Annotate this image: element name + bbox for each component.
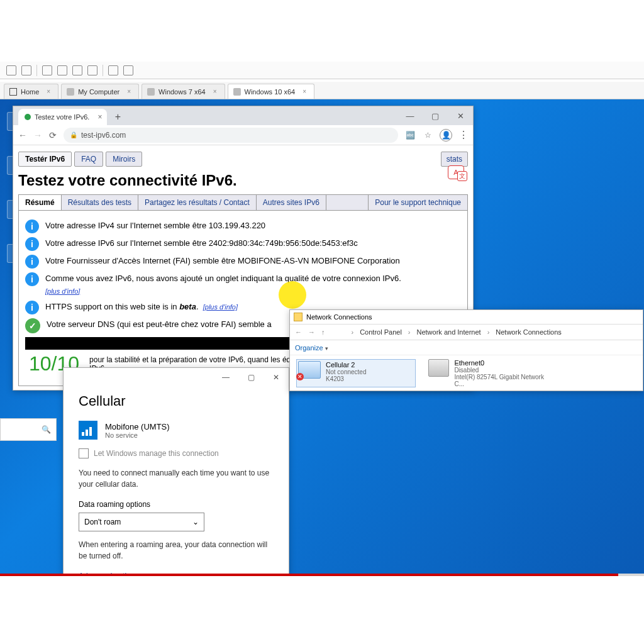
tab-other[interactable]: Autres sites IPv6: [257, 195, 326, 210]
tool-icon[interactable]: [57, 65, 67, 75]
close-tab-icon[interactable]: ×: [97, 113, 102, 121]
vm-icon: [147, 88, 155, 96]
manage-checkbox[interactable]: [79, 448, 89, 458]
roaming-dropdown[interactable]: Don't roam ⌄: [79, 513, 204, 531]
tool-icon[interactable]: [123, 65, 133, 75]
tab-title: Testez votre IPv6.: [35, 113, 89, 121]
ipv6-line: Votre adresse IPv6 sur l'Internet semble…: [45, 237, 358, 250]
close-icon[interactable]: ×: [213, 88, 217, 95]
tab-faq[interactable]: FAQ: [74, 152, 103, 167]
breadcrumb-seg[interactable]: Control Panel: [358, 328, 403, 336]
taskbar-search[interactable]: 🔍: [0, 418, 57, 441]
forward-button[interactable]: →: [307, 328, 316, 336]
check-icon: ✓: [25, 318, 40, 333]
host-toolbar: [0, 62, 644, 79]
vm-tab-mycomputer[interactable]: My Computer×: [61, 84, 139, 99]
bookmark-icon[interactable]: ☆: [422, 130, 433, 141]
tool-icon[interactable]: [21, 65, 31, 75]
roaming-label: Data roaming options: [79, 500, 274, 509]
explorer-breadcrumb: ← → ↑ Control Panel Network and Internet…: [290, 324, 643, 340]
search-icon: 🔍: [42, 425, 51, 434]
network-adapter-ethernet[interactable]: Ethernet0 Disabled Intel(R) 82574L Gigab…: [428, 359, 548, 387]
maximize-button[interactable]: ▢: [423, 106, 448, 125]
vm-tab-home[interactable]: Home×: [4, 84, 58, 99]
vm-tab-win10[interactable]: Windows 10 x64×: [228, 84, 315, 99]
tool-icon[interactable]: [6, 65, 16, 75]
result-tabs: Résumé Résultats des tests Partagez les …: [18, 194, 468, 211]
lock-icon: 🔒: [70, 131, 77, 138]
explorer-toolbar: Organize: [290, 340, 643, 355]
tab-tester[interactable]: Testér IPv6: [18, 152, 72, 167]
dns-line: Votre serveur DNS (qui est peut-être che…: [47, 318, 272, 331]
favicon-icon: [25, 114, 31, 120]
roaming-note: When entering a roaming area, your data …: [79, 539, 274, 562]
vm-tab-strip: Home× My Computer× Windows 7 x64× Window…: [0, 82, 644, 99]
address-bar-row: ← → ⟳ 🔒 test-ipv6.com 🔤 ☆ 👤 ⋮: [13, 125, 473, 145]
folder-icon: [294, 313, 303, 321]
quality-line: Comme vous avez IPv6, nous avons ajouté …: [45, 272, 401, 297]
network-adapter-cellular[interactable]: Cellular 2 Not connected K4203: [296, 359, 416, 387]
minimize-button[interactable]: —: [397, 106, 423, 125]
settings-titlebar[interactable]: — ▢ ✕: [64, 368, 289, 387]
close-window-button[interactable]: ✕: [264, 368, 289, 387]
settings-heading: Cellular: [79, 393, 274, 409]
tool-icon[interactable]: [87, 65, 97, 75]
chevron-down-icon: ⌄: [192, 518, 199, 526]
tab-mirrors[interactable]: Miroirs: [106, 152, 142, 167]
tab-results[interactable]: Résultats des tests: [62, 195, 138, 210]
carrier-status: No service: [105, 431, 170, 439]
info-icon: i: [25, 255, 39, 269]
new-tab-button[interactable]: +: [111, 110, 125, 124]
translate-icon[interactable]: 🔤: [404, 130, 416, 141]
browser-tab[interactable]: Testez votre IPv6. ×: [18, 109, 107, 125]
more-info-link[interactable]: [plus d'info]: [203, 303, 238, 311]
tool-icon[interactable]: [108, 65, 118, 75]
info-icon: i: [25, 219, 39, 233]
close-icon[interactable]: ×: [127, 88, 131, 95]
manual-note: You need to connect manually each time y…: [79, 467, 274, 490]
signal-icon: [79, 421, 97, 440]
organize-menu[interactable]: Organize: [295, 344, 328, 352]
pc-icon: [67, 88, 74, 96]
back-button[interactable]: ←: [18, 131, 27, 140]
tab-support[interactable]: Pour le support technique: [368, 195, 467, 210]
close-icon[interactable]: ×: [47, 88, 50, 95]
chrome-titlebar[interactable]: Testez votre IPv6. × + — ▢ ✕: [13, 106, 473, 125]
up-button[interactable]: ↑: [320, 328, 326, 336]
vm-icon: [233, 88, 241, 96]
carrier-name: Mobifone (UMTS): [105, 422, 170, 431]
maximize-button[interactable]: ▢: [238, 368, 264, 387]
info-icon: i: [25, 237, 39, 251]
address-bar[interactable]: 🔒 test-ipv6.com: [64, 128, 398, 143]
tool-icon[interactable]: [72, 65, 82, 75]
info-icon: i: [25, 272, 39, 286]
menu-icon[interactable]: ⋮: [458, 129, 468, 141]
manage-label: Let Windows manage this connection: [94, 449, 219, 458]
tab-stats[interactable]: stats: [441, 152, 468, 167]
back-button[interactable]: ←: [294, 328, 303, 336]
minimize-button[interactable]: —: [213, 368, 238, 387]
tab-share[interactable]: Partagez les résultats / Contact: [138, 195, 257, 210]
info-icon: i: [25, 301, 39, 314]
close-icon[interactable]: ×: [303, 88, 306, 95]
ipv4-line: Votre adresse IPv4 sur l'Internet semble…: [45, 219, 265, 232]
explorer-titlebar[interactable]: Network Connections: [290, 310, 643, 324]
tab-resume[interactable]: Résumé: [19, 195, 62, 210]
folder-icon: [339, 328, 347, 336]
network-connections-window: Network Connections ← → ↑ Control Panel …: [289, 309, 643, 391]
profile-icon[interactable]: 👤: [440, 129, 452, 142]
tool-icon[interactable]: [42, 65, 52, 75]
breadcrumb-seg[interactable]: Network and Internet: [416, 328, 482, 336]
translate-overlay-icon[interactable]: [448, 165, 464, 179]
settings-window: — ▢ ✕ Cellular Mobifone (UMTS) No servic…: [63, 367, 289, 575]
breadcrumb-seg[interactable]: Network Connections: [494, 328, 563, 336]
more-info-link[interactable]: [plus d'info]: [45, 287, 80, 295]
vm-tab-win7[interactable]: Windows 7 x64×: [142, 84, 225, 99]
close-window-button[interactable]: ✕: [448, 106, 473, 125]
below-area: [0, 576, 644, 644]
page-title: Testez votre connectivité IPv6.: [18, 172, 468, 189]
adapter-icon: [298, 361, 321, 379]
reload-button[interactable]: ⟳: [48, 131, 57, 140]
forward-button[interactable]: →: [33, 131, 42, 140]
url-text: test-ipv6.com: [81, 131, 126, 140]
